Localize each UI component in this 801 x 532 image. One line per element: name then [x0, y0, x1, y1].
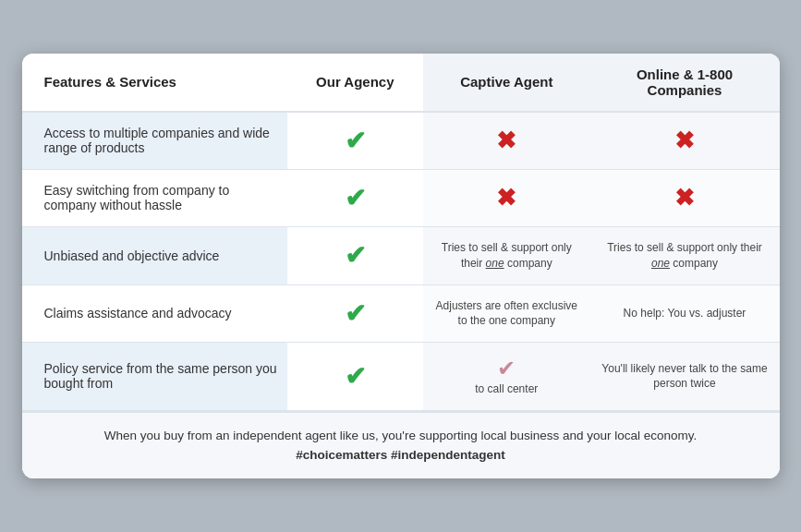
- checkmark-icon: ✔: [345, 362, 366, 391]
- table-row: Easy switching from company to company w…: [22, 169, 780, 226]
- captive-cross-2: ✖: [423, 169, 589, 226]
- captive-cross-1: ✖: [423, 112, 589, 170]
- online-text-4: No help: You vs. adjuster: [589, 284, 779, 343]
- cross-icon: ✖: [496, 184, 516, 212]
- feature-label: Claims assistance and advocacy: [22, 284, 287, 343]
- table-row: Unbiased and objective advice ✔ Tries to…: [22, 226, 780, 284]
- captive-pink-5: ✔ to call center: [423, 343, 589, 411]
- table-wrapper: Features & Services Our Agency Captive A…: [22, 54, 780, 411]
- feature-label: Unbiased and objective advice: [22, 226, 287, 284]
- cross-icon: ✖: [674, 127, 695, 154]
- feature-label: Access to multiple companies and wide ra…: [22, 112, 287, 170]
- footer: When you buy from an independent agent l…: [22, 411, 780, 478]
- header-online: Online & 1-800 Companies: [589, 54, 779, 112]
- online-text-3: Tries to sell & support only their one c…: [589, 226, 779, 284]
- footer-hashtags: #choicematters #independentagent: [41, 445, 761, 466]
- agency-check-4: ✔: [287, 284, 424, 343]
- table-row: Access to multiple companies and wide ra…: [22, 112, 780, 170]
- captive-text-3: Tries to sell & support only their one c…: [423, 226, 589, 284]
- comparison-card: Features & Services Our Agency Captive A…: [22, 54, 780, 478]
- cross-icon: ✖: [496, 127, 516, 154]
- cross-icon: ✖: [674, 184, 695, 212]
- pink-checkmark-icon: ✔: [497, 356, 516, 381]
- table-row: Claims assistance and advocacy ✔ Adjuste…: [22, 284, 780, 343]
- captive-text-4: Adjusters are often exclusive to the one…: [423, 284, 589, 343]
- feature-label: Easy switching from company to company w…: [22, 169, 287, 226]
- agency-check-2: ✔: [287, 169, 424, 226]
- header-features: Features & Services: [22, 54, 287, 112]
- online-cross-1: ✖: [589, 112, 779, 170]
- comparison-table: Features & Services Our Agency Captive A…: [22, 54, 780, 411]
- header-agency: Our Agency: [287, 54, 424, 112]
- feature-label: Policy service from the same person you …: [22, 343, 287, 411]
- checkmark-icon: ✔: [345, 184, 366, 212]
- online-cross-2: ✖: [589, 169, 779, 226]
- agency-check-3: ✔: [287, 226, 424, 284]
- checkmark-icon: ✔: [345, 127, 366, 155]
- agency-check-5: ✔: [287, 343, 424, 411]
- checkmark-icon: ✔: [345, 299, 366, 328]
- header-captive: Captive Agent: [423, 54, 589, 112]
- table-row: Policy service from the same person you …: [22, 343, 780, 411]
- agency-check-1: ✔: [287, 112, 424, 170]
- online-text-5: You'll likely never talk to the same per…: [589, 343, 779, 411]
- footer-text: When you buy from an independent agent l…: [104, 429, 698, 442]
- checkmark-icon: ✔: [345, 241, 366, 270]
